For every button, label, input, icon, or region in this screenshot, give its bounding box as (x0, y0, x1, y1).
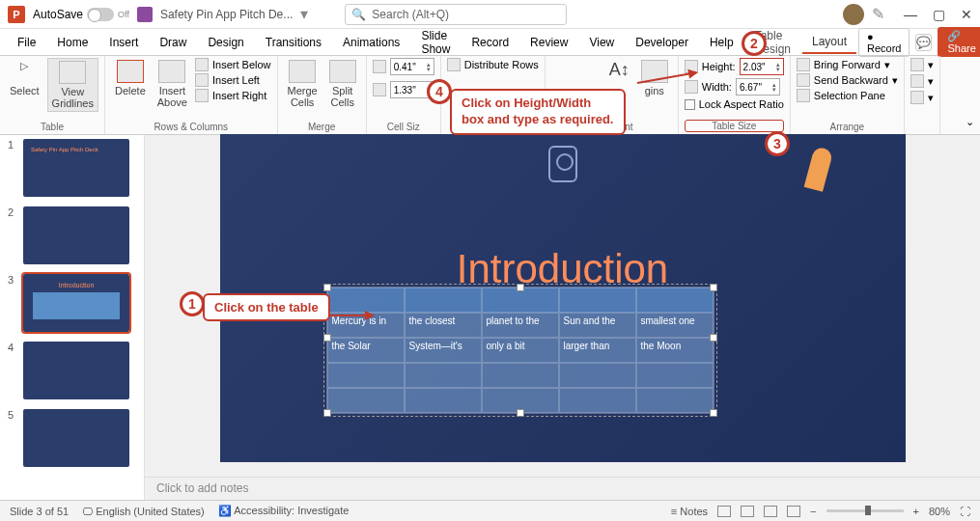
accessibility-status[interactable]: ♿ Accessibility: Investigate (218, 505, 350, 517)
slideshow-view-icon[interactable] (787, 506, 800, 517)
rotate-menu[interactable]: ▾ (910, 91, 934, 104)
split-cells-button[interactable]: Split Cells (325, 58, 360, 110)
tab-review[interactable]: Review (520, 32, 577, 53)
text-direction-button[interactable]: A↕ (605, 58, 633, 82)
view-gridlines-button[interactable]: View Gridlines (47, 58, 98, 112)
table-cell[interactable]: the Moon (636, 338, 714, 363)
distribute-rows-button[interactable]: Distribute Rows (447, 58, 539, 71)
table-cell[interactable]: smallest one (636, 313, 714, 338)
toggle-switch[interactable] (87, 8, 114, 21)
align-middle-icon[interactable] (569, 74, 584, 88)
tab-home[interactable]: Home (47, 32, 98, 53)
normal-view-icon[interactable] (717, 506, 731, 517)
share-button[interactable]: 🔗 Share (938, 27, 980, 57)
tab-view[interactable]: View (579, 32, 624, 53)
tab-help[interactable]: Help (700, 32, 743, 53)
table-cell[interactable]: the closest (405, 313, 482, 338)
annotation-marker-3: 3 (765, 131, 790, 156)
table-width-icon (685, 80, 698, 94)
tab-file[interactable]: File (8, 32, 45, 53)
slide-thumb-3[interactable]: Introduction (23, 274, 129, 332)
filename[interactable]: Safety Pin App Pitch De... (160, 8, 293, 21)
table-cell[interactable]: Sun and the (559, 313, 636, 338)
table-width-input[interactable]: 6.67"▴▾ (736, 78, 780, 96)
lock-aspect-checkbox[interactable]: Lock Aspect Ratio (685, 98, 784, 110)
record-button[interactable]: ● Record (858, 28, 910, 57)
width-label: Width: (702, 81, 732, 93)
annotation-marker-2: 2 (742, 31, 767, 56)
insert-right-button[interactable]: Insert Right (195, 89, 271, 102)
align-menu[interactable]: ▾ (910, 58, 934, 71)
tab-layout[interactable]: Layout (802, 31, 856, 54)
bring-forward-button[interactable]: Bring Forward ▾ (797, 58, 898, 71)
search-placeholder: Search (Alt+Q) (372, 8, 449, 21)
insert-above-button[interactable]: Insert Above (154, 58, 191, 110)
slide-counter[interactable]: Slide 3 of 51 (10, 506, 69, 517)
slide-thumb-2[interactable] (23, 206, 129, 264)
annotation-box-4: Click on Height/Width box and type as re… (450, 89, 626, 135)
tab-animations[interactable]: Animations (333, 32, 409, 53)
maximize-button[interactable]: ▢ (933, 7, 945, 22)
cell-height-input[interactable]: 0.41"▴▾ (390, 58, 434, 75)
user-avatar[interactable] (843, 4, 864, 25)
align-center-icon[interactable] (569, 58, 584, 71)
slide-thumb-4[interactable] (23, 342, 129, 399)
group-menu[interactable]: ▾ (910, 74, 934, 88)
align-bottom-icon[interactable] (586, 74, 602, 88)
tab-slideshow[interactable]: Slide Show (411, 25, 460, 60)
table-cell[interactable]: the Solar (327, 338, 405, 363)
coming-soon-icon[interactable]: ✎ (872, 5, 884, 23)
zoom-out-button[interactable]: − (810, 506, 816, 517)
select-button[interactable]: ▷Select (6, 58, 43, 98)
send-backward-button[interactable]: Send Backward ▾ (797, 73, 898, 87)
delete-button[interactable]: Delete (111, 58, 150, 98)
row-height-icon (373, 60, 386, 73)
annotation-box-1: Click on the table (203, 293, 330, 321)
tab-developer[interactable]: Developer (626, 32, 698, 53)
selection-pane-button[interactable]: Selection Pane (797, 89, 898, 102)
table-cell[interactable]: larger than (559, 338, 636, 363)
menu-bar: File Home Insert Draw Design Transitions… (0, 29, 980, 56)
notes-toggle[interactable]: ≡ Notes (671, 506, 708, 517)
align-left-icon[interactable] (551, 58, 567, 71)
tab-transitions[interactable]: Transitions (256, 32, 331, 53)
group-label-cellsize: Cell Siz (373, 120, 434, 132)
minimize-button[interactable]: — (904, 7, 917, 22)
merge-cells-button[interactable]: Merge Cells (284, 58, 322, 110)
sorter-view-icon[interactable] (741, 506, 754, 517)
slide-thumb-5[interactable] (23, 409, 129, 467)
zoom-slider[interactable] (826, 509, 904, 512)
insert-below-button[interactable]: Insert Below (195, 58, 271, 71)
align-top-icon[interactable] (551, 74, 567, 88)
notes-pane[interactable]: Click to add notes (145, 477, 980, 500)
reading-view-icon[interactable] (764, 506, 777, 517)
search-input[interactable]: 🔍 Search (Alt+Q) (345, 4, 567, 25)
language-status[interactable]: 🖵 English (United States) (82, 506, 205, 517)
collapse-ribbon-icon[interactable]: ⌄ (966, 116, 974, 128)
fit-window-button[interactable]: ⛶ (960, 506, 970, 517)
tab-insert[interactable]: Insert (99, 32, 148, 53)
align-right-icon[interactable] (586, 58, 602, 71)
tab-record[interactable]: Record (462, 32, 518, 53)
autosave-label: AutoSave (33, 8, 83, 21)
close-button[interactable]: ✕ (961, 7, 972, 22)
group-label-rows: Rows & Columns (111, 120, 271, 132)
tab-design[interactable]: Design (198, 32, 253, 53)
slide-thumb-1[interactable]: Safety Pin App Pitch Deck (23, 139, 129, 197)
autosave-toggle[interactable]: AutoSave Off (33, 8, 129, 21)
group-label-tablesize: Table Size (685, 120, 784, 132)
table-cell[interactable]: System—it's (405, 338, 482, 363)
annotation-marker-1: 1 (180, 291, 205, 316)
tab-draw[interactable]: Draw (150, 32, 196, 53)
zoom-level[interactable]: 80% (929, 506, 950, 517)
table-cell[interactable]: only a bit (482, 338, 559, 363)
zoom-in-button[interactable]: + (913, 506, 919, 517)
save-icon[interactable] (137, 7, 153, 22)
safety-pin-icon (803, 146, 833, 192)
table-cell[interactable]: planet to the (482, 313, 559, 338)
insert-left-button[interactable]: Insert Left (195, 73, 271, 87)
comments-button[interactable]: 💬 (915, 34, 932, 51)
group-label-arrange: Arrange (797, 120, 898, 132)
slide-table[interactable]: Mercury is in the closest planet to the … (326, 287, 714, 414)
table-height-input[interactable]: 2.03"▴▾ (740, 58, 784, 75)
